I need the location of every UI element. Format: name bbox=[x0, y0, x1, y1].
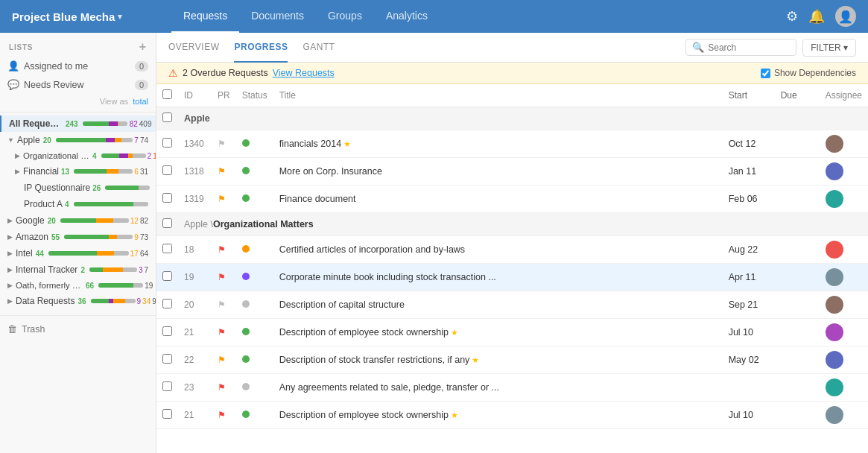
table-row[interactable]: 1340 ⚑ financials 2014★ Oct 12 bbox=[156, 130, 868, 158]
nav-requests[interactable]: Requests bbox=[171, 0, 239, 33]
view-as-total[interactable]: View as total bbox=[0, 94, 156, 109]
row-title: Certified articles of incorporation and … bbox=[273, 236, 723, 264]
show-deps-checkbox[interactable] bbox=[761, 69, 770, 78]
list-item-google[interactable]: ▶ Google 20 12 82 bbox=[0, 212, 156, 229]
row-status bbox=[236, 158, 273, 186]
row-check[interactable] bbox=[162, 271, 172, 281]
table-row[interactable]: 19 ⚑ Corporate minute book including sto… bbox=[156, 264, 868, 291]
list-item-intel[interactable]: ▶ Intel 44 17 64 bbox=[0, 245, 156, 262]
row-check[interactable] bbox=[162, 138, 172, 148]
list-item-financial[interactable]: ▶ Financial 13 6 31 bbox=[0, 163, 156, 180]
row-pr: ⚑ bbox=[212, 374, 236, 402]
list-item-internal-tracker[interactable]: ▶ Internal Tracker 2 3 7 bbox=[0, 262, 156, 278]
row-title: Description of employee stock ownership★ bbox=[273, 402, 723, 429]
row-status bbox=[236, 402, 273, 429]
row-assignee bbox=[820, 186, 868, 213]
row-start bbox=[723, 374, 775, 402]
user-avatar[interactable]: 👤 bbox=[835, 6, 856, 27]
row-assignee bbox=[820, 291, 868, 319]
list-item-product-a[interactable]: Product A 4 bbox=[0, 196, 156, 212]
row-id: 21 bbox=[178, 402, 212, 429]
view-requests-link[interactable]: View Requests bbox=[273, 68, 335, 78]
nav-documents[interactable]: Documents bbox=[239, 0, 316, 33]
chevron-right-icon: ▶ bbox=[7, 233, 13, 241]
star-icon: ★ bbox=[451, 328, 458, 337]
gear-icon[interactable]: ⚙ bbox=[786, 8, 798, 25]
row-start: Sep 21 bbox=[723, 291, 775, 319]
nav-analytics[interactable]: Analytics bbox=[374, 0, 440, 33]
table-row[interactable]: 18 ⚑ Certified articles of incorporation… bbox=[156, 236, 868, 264]
row-pr: ⚑ bbox=[212, 236, 236, 264]
row-due bbox=[775, 374, 820, 402]
row-check[interactable] bbox=[162, 299, 172, 308]
row-check[interactable] bbox=[162, 244, 172, 253]
table-row[interactable]: 21 ⚑ Description of employee stock owner… bbox=[156, 402, 868, 429]
search-box[interactable]: 🔍 bbox=[685, 39, 796, 56]
flag-icon: ⚑ bbox=[218, 244, 226, 255]
row-check[interactable] bbox=[162, 326, 172, 336]
assigned-count: 0 bbox=[135, 61, 148, 72]
needs-review-item[interactable]: 💬 Needs Review 0 bbox=[0, 75, 156, 94]
table-row[interactable]: 20 ⚑ Description of capital structure Se… bbox=[156, 291, 868, 319]
row-start: May 02 bbox=[723, 346, 775, 374]
row-check[interactable] bbox=[162, 409, 172, 419]
status-dot bbox=[242, 139, 250, 147]
brand[interactable]: Project Blue Mecha ▾ bbox=[12, 10, 153, 23]
list-item-data-requests[interactable]: ▶ Data Requests 36 9 34 90 bbox=[0, 293, 156, 309]
row-title: Description of capital structure bbox=[273, 291, 723, 319]
alert-text: 2 Overdue Requests bbox=[183, 68, 268, 78]
add-list-icon[interactable]: + bbox=[139, 40, 147, 54]
section-check-apple[interactable] bbox=[162, 113, 172, 122]
list-item-organizational-matters[interactable]: ▶ Organizational Matters 4 2 1 13 bbox=[0, 148, 156, 163]
list-item-ip-questionnaire[interactable]: IP Questionnaire 26 bbox=[0, 180, 156, 196]
row-start: Aug 22 bbox=[723, 236, 775, 264]
row-status bbox=[236, 319, 273, 346]
select-all-checkbox[interactable] bbox=[162, 89, 172, 99]
table-row[interactable]: 1319 ⚑ Finance document Feb 06 bbox=[156, 186, 868, 213]
row-due bbox=[775, 264, 820, 291]
star-icon: ★ bbox=[343, 139, 351, 148]
status-dot bbox=[242, 273, 250, 280]
list-item-oath[interactable]: ▶ Oath, formerly Yahoo 66 19 bbox=[0, 278, 156, 293]
status-dot bbox=[242, 355, 250, 363]
list-item-amazon[interactable]: ▶ Amazon 55 9 73 bbox=[0, 229, 156, 245]
flag-icon: ⚑ bbox=[218, 139, 226, 149]
row-check[interactable] bbox=[162, 354, 172, 364]
brand-title: Project Blue Mecha bbox=[12, 10, 115, 23]
tab-progress[interactable]: PROGRESS bbox=[234, 33, 288, 63]
nav-groups[interactable]: Groups bbox=[316, 0, 374, 33]
user-icon: 👤 bbox=[7, 60, 19, 72]
th-title: Title bbox=[273, 84, 723, 107]
table-row[interactable]: 22 ⚑ Description of stock transfer restr… bbox=[156, 346, 868, 374]
row-assignee bbox=[820, 264, 868, 291]
flag-icon: ⚑ bbox=[218, 410, 226, 420]
status-dot bbox=[242, 411, 250, 418]
header: Project Blue Mecha ▾ Requests Documents … bbox=[0, 0, 868, 33]
table-row[interactable]: 1318 ⚑ More on Corp. Insurance Jan 11 bbox=[156, 158, 868, 186]
section-check-org[interactable] bbox=[162, 218, 172, 228]
row-assignee bbox=[820, 374, 868, 402]
row-check[interactable] bbox=[162, 165, 172, 175]
search-input[interactable] bbox=[708, 42, 790, 53]
table-row[interactable]: 23 ⚑ Any agreements related to sale, ple… bbox=[156, 374, 868, 402]
alert-left: ⚠ 2 Overdue Requests View Requests bbox=[168, 67, 335, 79]
row-check[interactable] bbox=[162, 381, 172, 391]
row-pr: ⚑ bbox=[212, 402, 236, 429]
assigned-to-me-item[interactable]: 👤 Assigned to me 0 bbox=[0, 57, 156, 75]
filter-button[interactable]: FILTER ▾ bbox=[802, 39, 856, 57]
needs-review-count: 0 bbox=[135, 80, 148, 90]
chevron-right-icon: ▶ bbox=[7, 297, 13, 305]
bell-icon[interactable]: 🔔 bbox=[808, 8, 825, 25]
table-row[interactable]: 21 ⚑ Description of employee stock owner… bbox=[156, 319, 868, 346]
status-dot bbox=[242, 383, 250, 390]
trash-item[interactable]: 🗑 Trash bbox=[0, 319, 156, 339]
status-dot bbox=[242, 167, 250, 174]
list-item-all-requests[interactable]: All Requests 243 82 409 bbox=[0, 115, 156, 132]
tab-overview[interactable]: OVERVIEW bbox=[168, 33, 219, 63]
row-check[interactable] bbox=[162, 193, 172, 203]
list-item-apple[interactable]: ▼ Apple 20 7 74 bbox=[0, 132, 156, 148]
status-dot bbox=[242, 245, 250, 253]
row-due bbox=[775, 291, 820, 319]
row-due bbox=[775, 319, 820, 346]
tab-gantt[interactable]: GANTT bbox=[302, 33, 335, 63]
